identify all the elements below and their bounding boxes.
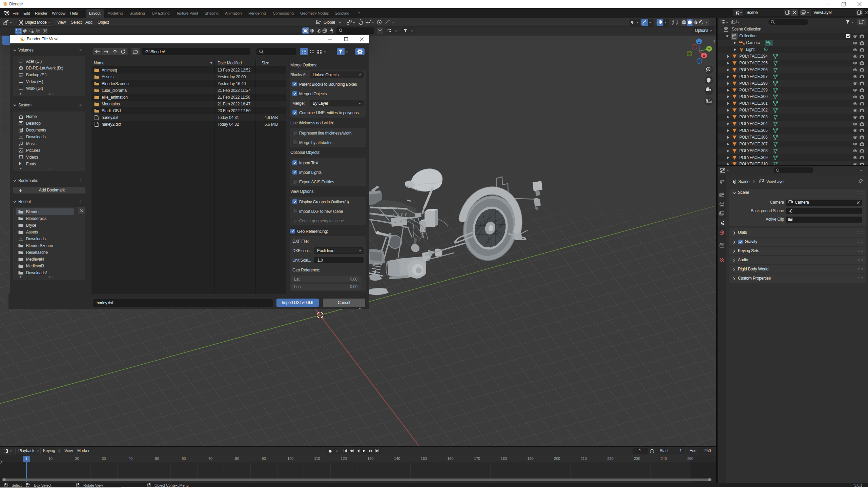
- svg-text:Y: Y: [708, 47, 710, 51]
- svg-text:X: X: [703, 54, 705, 58]
- svg-text:Z: Z: [698, 40, 700, 43]
